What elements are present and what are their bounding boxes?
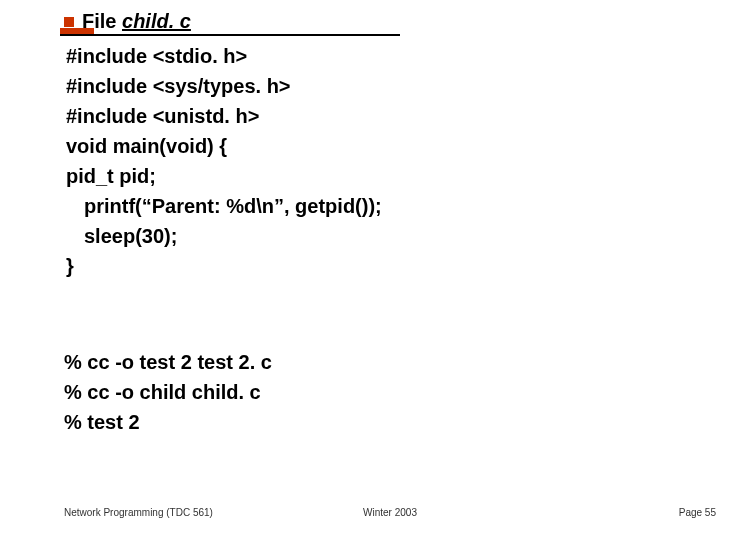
command-line: % test 2 xyxy=(64,407,716,437)
code-line: void main(void) { xyxy=(66,131,716,161)
bullet-icon xyxy=(64,17,74,27)
code-line: #include <sys/types. h> xyxy=(66,71,716,101)
code-block: #include <stdio. h> #include <sys/types.… xyxy=(66,41,716,281)
code-line: sleep(30); xyxy=(66,221,716,251)
code-line: printf(“Parent: %d\n”, getpid()); xyxy=(66,191,716,221)
command-line: % cc -o child child. c xyxy=(64,377,716,407)
code-line: pid_t pid; xyxy=(66,161,716,191)
title-filename: child. c xyxy=(122,10,191,32)
slide-title: File child. c xyxy=(64,10,716,33)
code-line: #include <stdio. h> xyxy=(66,41,716,71)
footer-center: Winter 2003 xyxy=(64,507,716,518)
code-line: } xyxy=(66,251,716,281)
footer: Network Programming (TDC 561) Winter 200… xyxy=(64,507,716,518)
code-line: #include <unistd. h> xyxy=(66,101,716,131)
slide-content: File child. c #include <stdio. h> #inclu… xyxy=(64,10,716,437)
command-line: % cc -o test 2 test 2. c xyxy=(64,347,716,377)
command-block: % cc -o test 2 test 2. c % cc -o child c… xyxy=(64,347,716,437)
accent-bar xyxy=(60,28,94,34)
